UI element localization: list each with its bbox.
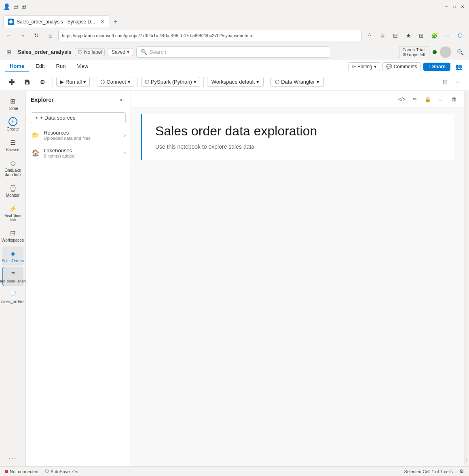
- cell-more-button[interactable]: ...: [435, 93, 446, 105]
- add-data-sources-button[interactable]: + + Data sources: [31, 112, 126, 123]
- chevron-down-icon: ▾: [317, 79, 319, 85]
- search-expand-icon[interactable]: 🔍: [454, 46, 466, 58]
- saved-button[interactable]: Saved ▾: [108, 48, 133, 56]
- connection-status: Not connected: [5, 469, 38, 474]
- collapse-explorer-button[interactable]: «: [116, 95, 126, 105]
- search-icon: 🔍: [141, 49, 147, 55]
- selected-cell-label: Selected Cell 1 of 1 cells: [404, 469, 453, 474]
- url-input[interactable]: https://app.fabric.microsoft.com/groups/…: [58, 30, 361, 41]
- layout-button[interactable]: ⊟: [439, 76, 451, 87]
- browser-tab-grid-icon[interactable]: ⊞: [21, 3, 26, 10]
- toolbar-divider-4: [203, 77, 204, 87]
- nav-more-button[interactable]: ...: [2, 451, 23, 463]
- home-button[interactable]: ⌂: [44, 30, 56, 41]
- favorites-icon[interactable]: ★: [403, 30, 414, 41]
- search-bar[interactable]: 🔍 Search: [136, 46, 330, 58]
- editing-button[interactable]: ✏ Editing ▾: [348, 62, 380, 71]
- apps-grid-icon[interactable]: ⊞: [3, 46, 15, 58]
- explorer-panel: Explorer « + + Data sources 📁 Resources …: [26, 91, 131, 466]
- lakehouses-item[interactable]: 🏠 Lakehouses 0 item(s) added ›: [26, 144, 131, 162]
- tab-edit[interactable]: Edit: [31, 61, 49, 72]
- toolbar-divider-1: [53, 77, 53, 87]
- ribbon: Home Edit Run View ✏ Editing ▾ 💬 Comment…: [0, 60, 469, 73]
- add-cell-button[interactable]: [5, 77, 19, 87]
- fabric-extension-icon[interactable]: ⬡: [454, 30, 466, 41]
- trial-badge: Fabric Trial: 30 days left: [399, 46, 429, 58]
- new-tab-button[interactable]: +: [110, 16, 121, 27]
- reader-mode-icon[interactable]: ᴬ: [364, 30, 375, 41]
- tab-view[interactable]: View: [72, 61, 93, 72]
- collections-icon[interactable]: ⊞: [416, 30, 427, 41]
- notebook-subtitle: Use this notebook to explore sales data: [155, 143, 442, 150]
- nav-item-browse[interactable]: ☰ Browse: [2, 135, 23, 154]
- browser-profile-icon[interactable]: 👤: [3, 3, 10, 10]
- split-view-icon[interactable]: ⊟: [390, 30, 401, 41]
- nav-item-current-notebook[interactable]: ≡ Sales_order_analysis: [2, 267, 23, 286]
- chevron-down-icon: ▾: [128, 79, 131, 85]
- extensions-icon[interactable]: 🧩: [429, 30, 440, 41]
- workspace-default-button[interactable]: Workspace default ▾: [207, 77, 264, 87]
- home-icon: ⊞: [8, 97, 17, 105]
- nav-item-onelake[interactable]: ◇ OneLake data hub: [2, 156, 23, 179]
- cell-body[interactable]: Sales order data exploration Use this no…: [142, 114, 454, 160]
- save-button[interactable]: [20, 77, 34, 87]
- onelake-icon: ◇: [8, 158, 17, 167]
- maximize-button[interactable]: □: [451, 3, 458, 10]
- autosave-label: AutoSave: On: [51, 469, 78, 474]
- browser-tabs-icon[interactable]: ⊟: [13, 3, 18, 10]
- nav-item-home[interactable]: ⊞ Home: [2, 94, 23, 113]
- settings-button[interactable]: ⚙: [36, 77, 49, 87]
- no-label-badge[interactable]: 🛡 No label: [75, 48, 105, 56]
- status-settings-icon[interactable]: ⚙: [459, 468, 464, 474]
- trial-status-dot: [433, 50, 437, 54]
- share-button[interactable]: ↑ Share: [423, 63, 450, 71]
- resources-item[interactable]: 📁 Resources Uploaded data and files ›: [26, 126, 131, 144]
- nav-item-salesorders[interactable]: ◈ SalesOrders: [2, 246, 23, 265]
- explorer-header: Explorer «: [26, 91, 131, 109]
- right-panel-expand-button[interactable]: +: [465, 457, 468, 463]
- tab-bar: Sales_order_analysis - Synapse D... ✕ +: [0, 13, 469, 27]
- chevron-down-icon: ▾: [194, 79, 196, 85]
- browser-more-button[interactable]: ···: [442, 30, 453, 41]
- nav-item-sales-orders-file[interactable]: 📄 sales_orders: [2, 287, 23, 306]
- nav-item-realtime[interactable]: ⚡ Real-Time hub: [2, 202, 23, 224]
- ribbon-right: ✏ Editing ▾ 💬 Comments ↑ Share 👥: [348, 61, 464, 72]
- nav-item-monitor[interactable]: ⌚ Monitor: [2, 181, 23, 200]
- tab-favicon: [8, 19, 14, 25]
- code-view-button[interactable]: </>: [396, 93, 408, 105]
- comments-button[interactable]: 💬 Comments: [382, 62, 421, 71]
- connect-icon: ⬡: [100, 79, 105, 85]
- connect-button[interactable]: ⬡ Connect ▾: [97, 77, 134, 87]
- bookmark-icon[interactable]: ☆: [377, 30, 388, 41]
- refresh-button[interactable]: ↻: [31, 30, 42, 41]
- autosave-icon: ⬡: [45, 469, 49, 474]
- run-all-button[interactable]: ▶ Run all ▾: [56, 77, 90, 87]
- tab-home[interactable]: Home: [5, 61, 29, 72]
- edit-cell-button[interactable]: ✏: [409, 93, 420, 105]
- app-title: Sales_order_analysis: [18, 49, 72, 55]
- close-button[interactable]: ✕: [459, 3, 466, 10]
- nav-item-create[interactable]: + Create: [2, 115, 23, 134]
- explorer-lakehouses-section: 🏠 Lakehouses 0 item(s) added ›: [26, 144, 131, 162]
- pyspark-button[interactable]: ⬡ PySpark (Python) ▾: [141, 77, 200, 87]
- nav-item-workspaces[interactable]: ⊟ Workspaces: [2, 226, 23, 245]
- toolbar-divider-5: [267, 77, 267, 87]
- delete-cell-button[interactable]: 🗑: [448, 93, 459, 105]
- browse-icon: ☰: [8, 138, 17, 147]
- tab-close-button[interactable]: ✕: [99, 19, 106, 25]
- chevron-down-icon: ▾: [83, 79, 86, 85]
- back-button[interactable]: ←: [3, 30, 15, 41]
- lock-cell-button[interactable]: 🔒: [422, 93, 433, 105]
- more-options-button[interactable]: ···: [452, 77, 464, 87]
- data-wrangler-button[interactable]: ⬡ Data Wrangler ▾: [270, 77, 324, 87]
- tab-run[interactable]: Run: [51, 61, 71, 72]
- user-avatar[interactable]: [440, 46, 451, 58]
- people-icon[interactable]: 👥: [453, 61, 464, 72]
- forward-button[interactable]: →: [17, 30, 28, 41]
- tab-title: Sales_order_analysis - Synapse D...: [17, 19, 95, 25]
- status-right: Selected Cell 1 of 1 cells ⚙: [404, 468, 464, 474]
- lakehouses-text: Lakehouses 0 item(s) added: [44, 147, 121, 158]
- header-right: Fabric Trial: 30 days left 🔍: [399, 46, 466, 58]
- active-tab[interactable]: Sales_order_analysis - Synapse D... ✕: [3, 15, 110, 27]
- minimize-button[interactable]: ─: [443, 3, 450, 10]
